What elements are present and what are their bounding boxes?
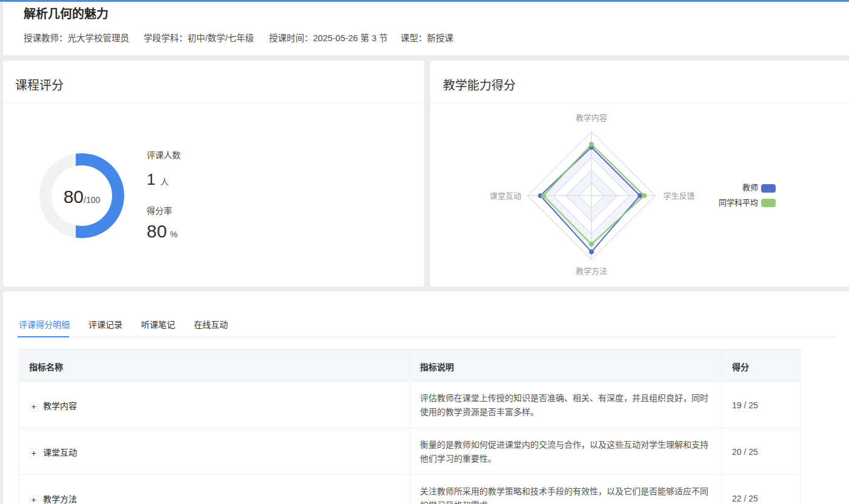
svg-text:教学内容: 教学内容 (576, 113, 607, 122)
svg-text:教学方法: 教学方法 (576, 267, 607, 276)
svg-text:课堂互动: 课堂互动 (490, 191, 521, 201)
